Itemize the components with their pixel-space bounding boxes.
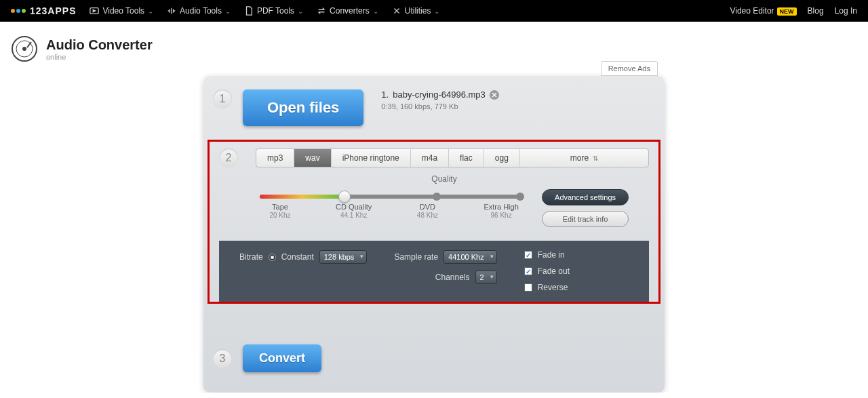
convert-button[interactable]: Convert: [243, 344, 321, 372]
app-title: Audio Converter: [46, 37, 153, 53]
close-icon: [492, 92, 497, 98]
fade-out-checkbox[interactable]: [524, 267, 532, 275]
file-index: 1.: [381, 89, 389, 100]
quality-stop-tape: Tape: [272, 203, 288, 211]
slider-tick-extra: [516, 193, 524, 201]
format-tab-wav[interactable]: wav: [294, 149, 331, 167]
play-icon: [90, 6, 99, 16]
step-3: 3 Convert: [203, 304, 665, 372]
step-2: 2 mp3 wav iPhone ringtone m4a flac ogg m…: [208, 140, 660, 304]
bitrate-label: Bitrate: [239, 252, 263, 262]
quality-stop-cd: CD Quality: [336, 203, 372, 211]
nav-audio-tools[interactable]: Audio Tools⌄: [167, 6, 231, 16]
slider-thumb[interactable]: [338, 191, 351, 203]
step-1: 1 Open files 1. baby-crying-64996.mp3 0:…: [203, 76, 665, 140]
reverse-label: Reverse: [538, 283, 568, 292]
top-nav: 123APPS Video Tools⌄ Audio Tools⌄ PDF To…: [0, 0, 868, 22]
file-name: baby-crying-64996.mp3: [393, 89, 486, 100]
slider-tick-dvd: [433, 193, 441, 201]
format-tab-more[interactable]: more⇅: [520, 149, 648, 167]
chevron-down-icon: ⌄: [225, 7, 231, 15]
app-subtitle: online: [46, 53, 153, 61]
logo[interactable]: 123APPS: [11, 5, 76, 16]
audio-icon: [167, 6, 176, 16]
file-meta: 0:39, 160 kbps, 779 Kb: [381, 102, 498, 111]
nav-blog[interactable]: Blog: [808, 6, 824, 16]
advanced-panel: Bitrate Constant 128 kbps Sample rate 44…: [219, 241, 649, 302]
slider-fill: [260, 195, 344, 199]
nav-converters[interactable]: Converters⌄: [317, 6, 378, 16]
format-tab-ogg[interactable]: ogg: [484, 149, 520, 167]
quality-label: Quality: [260, 174, 629, 184]
updown-icon: ⇅: [593, 155, 598, 162]
nav-login[interactable]: Log In: [835, 6, 857, 16]
reverse-checkbox[interactable]: [524, 283, 532, 292]
channels-select[interactable]: 2: [475, 271, 497, 284]
remove-file-button[interactable]: [490, 90, 499, 100]
format-tab-m4a[interactable]: m4a: [411, 149, 449, 167]
channels-label: Channels: [435, 273, 470, 282]
bitrate-constant-radio[interactable]: [269, 254, 276, 261]
main-panel: Remove Ads 1 Open files 1. baby-crying-6…: [203, 76, 665, 393]
fade-out-label: Fade out: [538, 266, 570, 276]
format-tabs: mp3 wav iPhone ringtone m4a flac ogg mor…: [256, 148, 649, 167]
edit-track-info-button[interactable]: Edit track info: [542, 211, 629, 227]
chevron-down-icon: ⌄: [298, 7, 303, 15]
chevron-down-icon: ⌄: [434, 7, 439, 15]
step-number-1: 1: [213, 89, 232, 108]
logo-dots-icon: [11, 9, 26, 13]
file-info: 1. baby-crying-64996.mp3 0:39, 160 kbps,…: [381, 89, 498, 111]
sample-rate-label: Sample rate: [394, 252, 438, 262]
vinyl-icon: [11, 35, 38, 62]
nav-items: Video Tools⌄ Audio Tools⌄ PDF Tools⌄ Con…: [90, 6, 439, 16]
format-tab-iphone[interactable]: iPhone ringtone: [332, 149, 411, 167]
convert-icon: [317, 6, 326, 16]
fade-in-label: Fade in: [538, 250, 565, 260]
quality-stop-extra: Extra High: [484, 203, 518, 211]
nav-video-tools[interactable]: Video Tools⌄: [90, 6, 153, 16]
logo-text: 123APPS: [30, 5, 76, 16]
format-tab-flac[interactable]: flac: [449, 149, 484, 167]
slider-labels: Tape20 Khz CD Quality44.1 Khz DVD48 Khz …: [260, 203, 521, 219]
bitrate-select[interactable]: 128 kbps: [319, 250, 368, 264]
chevron-down-icon: ⌄: [373, 7, 378, 15]
bitrate-constant-label: Constant: [281, 252, 314, 262]
nav-utilities[interactable]: Utilities⌄: [392, 6, 440, 16]
nav-pdf-tools[interactable]: PDF Tools⌄: [244, 6, 303, 16]
fade-in-checkbox[interactable]: [524, 251, 532, 259]
nav-right: Video EditorNEW Blog Log In: [730, 6, 857, 16]
app-title-bar: Audio Converter online: [0, 22, 868, 69]
utilities-icon: [392, 6, 401, 16]
svg-point-3: [22, 47, 26, 51]
remove-ads-button[interactable]: Remove Ads: [601, 61, 658, 76]
step-number-2: 2: [219, 148, 238, 167]
quality-slider[interactable]: [260, 195, 521, 199]
step-number-3: 3: [213, 349, 232, 368]
format-tab-mp3[interactable]: mp3: [256, 149, 294, 167]
advanced-settings-button[interactable]: Advanced settings: [542, 189, 629, 205]
new-badge: NEW: [777, 7, 797, 16]
quality-stop-dvd: DVD: [420, 203, 435, 211]
sample-rate-select[interactable]: 44100 Khz: [443, 250, 497, 264]
nav-video-editor[interactable]: Video EditorNEW: [730, 6, 796, 16]
open-files-button[interactable]: Open files: [243, 89, 363, 126]
document-icon: [244, 6, 254, 16]
chevron-down-icon: ⌄: [148, 7, 153, 15]
